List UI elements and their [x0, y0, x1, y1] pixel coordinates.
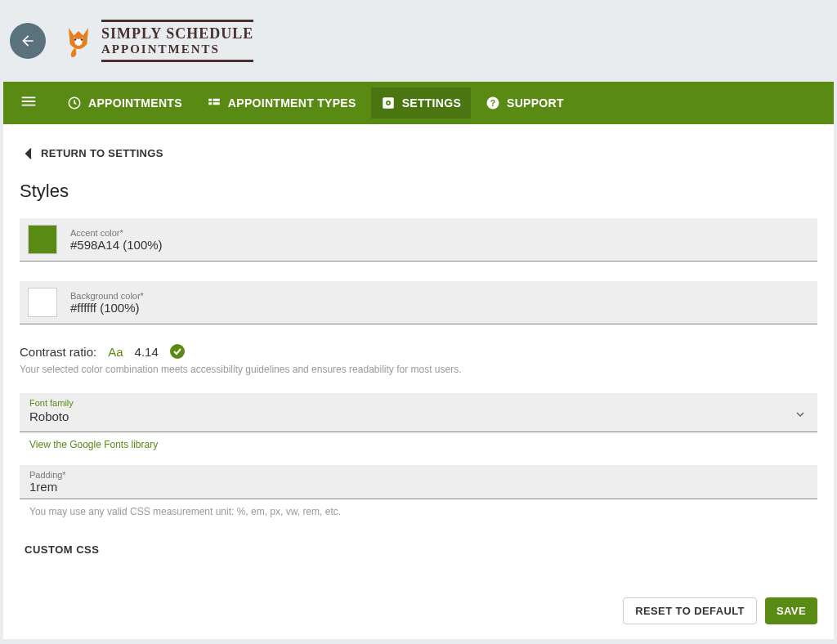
google-fonts-link[interactable]: View the Google Fonts library	[20, 432, 168, 457]
gear-icon	[381, 96, 396, 110]
custom-css-heading[interactable]: CUSTOM CSS	[25, 543, 817, 556]
padding-hint: You may use any valid CSS measurement un…	[20, 499, 817, 524]
contrast-description: Your selected color combination meets ac…	[20, 364, 817, 375]
nav-appointment-types[interactable]: APPOINTMENT TYPES	[197, 87, 366, 119]
brand-line1: SIMPLY SCHEDULE	[101, 20, 253, 42]
accent-label: Accent color*	[70, 228, 163, 238]
top-bar: SIMPLY SCHEDULE APPOINTMENTS	[0, 0, 837, 82]
accent-color-field[interactable]: Accent color* #598A14 (100%)	[20, 218, 817, 262]
accent-swatch[interactable]	[28, 225, 57, 254]
brand-line2: APPOINTMENTS	[101, 42, 253, 62]
nav-appointment-types-label: APPOINTMENT TYPES	[228, 96, 356, 110]
fox-icon	[62, 21, 95, 60]
chevron-left-icon	[25, 148, 33, 159]
svg-rect-3	[208, 99, 212, 101]
return-link[interactable]: RETURN TO SETTINGS	[20, 147, 817, 159]
hamburger-icon	[20, 92, 38, 110]
nav-support-label: SUPPORT	[507, 96, 564, 110]
svg-rect-6	[213, 102, 219, 105]
padding-value: 1rem	[29, 480, 808, 494]
clock-icon	[67, 96, 82, 110]
nav-appointments[interactable]: APPOINTMENTS	[57, 87, 192, 119]
footer-buttons: RESET TO DEFAULT SAVE	[623, 597, 817, 624]
contrast-label: Contrast ratio:	[20, 345, 96, 359]
nav-settings-label: SETTINGS	[402, 96, 461, 110]
back-button[interactable]	[10, 23, 46, 59]
font-value: Roboto	[29, 408, 808, 427]
svg-rect-5	[208, 102, 212, 105]
return-label: RETURN TO SETTINGS	[41, 147, 163, 159]
nav-appointments-label: APPOINTMENTS	[88, 96, 182, 110]
font-label: Font family	[29, 398, 808, 408]
svg-point-9	[387, 102, 389, 104]
background-swatch[interactable]	[28, 288, 57, 317]
accent-value: #598A14 (100%)	[70, 238, 163, 252]
arrow-left-icon	[20, 33, 36, 49]
svg-rect-4	[213, 99, 219, 101]
padding-field[interactable]: Padding* 1rem	[20, 465, 817, 499]
nav-settings[interactable]: SETTINGS	[371, 87, 471, 119]
background-value: #ffffff (100%)	[70, 301, 144, 315]
chevron-down-icon	[796, 405, 804, 420]
contrast-value: 4.14	[135, 345, 159, 359]
brand-logo: SIMPLY SCHEDULE APPOINTMENTS	[62, 20, 253, 62]
background-label: Background color*	[70, 291, 144, 301]
check-icon	[170, 344, 185, 359]
svg-point-0	[74, 38, 76, 40]
main-content: RETURN TO SETTINGS Styles Accent color* …	[3, 124, 834, 639]
help-icon: ?	[486, 96, 500, 110]
contrast-sample: Aa	[108, 345, 123, 359]
menu-button[interactable]	[13, 86, 44, 120]
font-family-select[interactable]: Font family Roboto	[20, 393, 817, 432]
save-button[interactable]: SAVE	[765, 597, 817, 624]
list-icon	[207, 96, 222, 110]
svg-point-1	[81, 38, 83, 40]
padding-label: Padding*	[29, 470, 808, 480]
background-color-field[interactable]: Background color* #ffffff (100%)	[20, 281, 817, 324]
nav-support[interactable]: ? SUPPORT	[476, 87, 574, 119]
page-title: Styles	[20, 181, 817, 202]
main-nav: APPOINTMENTS APPOINTMENT TYPES SETTINGS …	[3, 82, 834, 124]
reset-button[interactable]: RESET TO DEFAULT	[623, 597, 757, 624]
contrast-row: Contrast ratio: Aa 4.14	[20, 344, 817, 359]
svg-text:?: ?	[490, 98, 496, 108]
